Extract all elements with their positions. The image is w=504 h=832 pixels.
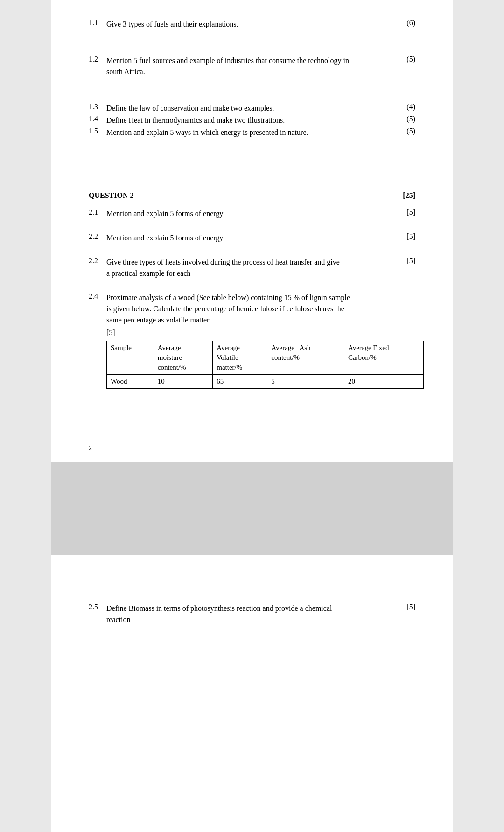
- q2-2b-marks: [5]: [397, 257, 415, 265]
- q1-1-number: 1.1: [89, 19, 106, 27]
- q1-4-number: 1.4: [89, 115, 106, 123]
- col-moisture-header: Averagemoisturecontent/%: [154, 341, 213, 375]
- q2-2a-marks: [5]: [397, 232, 415, 241]
- q2-2b-text: Give three types of heats involved durin…: [106, 257, 397, 279]
- q1-5-marks: (5): [397, 127, 415, 135]
- col-volatile-header: AverageVolatilematter/%: [213, 341, 267, 375]
- q1-2-marks: (5): [397, 55, 415, 63]
- q2-2a-number: 2.2: [89, 232, 106, 241]
- section-2-header: QUESTION 2 [25]: [89, 191, 415, 200]
- question-1-1: 1.1 Give 3 types of fuels and their expl…: [89, 19, 415, 30]
- q2-4-line3: same percentage as volatile matter: [106, 316, 209, 324]
- q1-2-number: 1.2: [89, 55, 106, 63]
- q2-2b-line1: Give three types of heats involved durin…: [106, 258, 340, 266]
- section-divider: [89, 457, 415, 457]
- section-2-marks: [25]: [403, 191, 415, 200]
- table-data-row: Wood 10 65 5 20: [107, 375, 424, 389]
- q1-2-text: Mention 5 fuel sources and example of in…: [106, 55, 397, 77]
- table-header-row: Sample Averagemoisturecontent/% AverageV…: [107, 341, 424, 375]
- cell-ash: 5: [267, 375, 344, 389]
- q1-5-number: 1.5: [89, 127, 106, 135]
- q2-4-marks-bracket: [5]: [106, 329, 415, 337]
- q1-4-text: Define Heat in thermodynamics and make t…: [106, 115, 397, 126]
- proximate-table: Sample Averagemoisturecontent/% AverageV…: [106, 341, 424, 389]
- q2-2a-text: Mention and explain 5 forms of energy: [106, 232, 397, 244]
- section-2-label: QUESTION 2: [89, 191, 133, 200]
- q2-5-marks: [5]: [397, 603, 415, 611]
- question-2-5: 2.5 Define Biomass in terms of photosynt…: [89, 603, 415, 625]
- question-1-5: 1.5 Mention and explain 5 ways in which …: [89, 127, 415, 138]
- q2-5-line2: reaction: [106, 615, 131, 623]
- cell-volatile: 65: [213, 375, 267, 389]
- q2-4-number: 2.4: [89, 292, 106, 301]
- q1-3-number: 1.3: [89, 103, 106, 111]
- cell-sample: Wood: [107, 375, 154, 389]
- page-number: 2: [89, 445, 415, 452]
- q1-2-line1: Mention 5 fuel sources and example of in…: [106, 56, 349, 64]
- q2-4-line1: Proximate analysis of a wood (See table …: [106, 294, 350, 301]
- question-1-4: 1.4 Define Heat in thermodynamics and ma…: [89, 115, 415, 126]
- q2-1-marks: [5]: [397, 208, 415, 217]
- col-ash-header: Average Ashcontent/%: [267, 341, 344, 375]
- q2-5-text: Define Biomass in terms of photosynthesi…: [106, 603, 397, 625]
- question-2-1: 2.1 Mention and explain 5 forms of energ…: [89, 208, 415, 219]
- q2-2b-number: 2.2: [89, 257, 106, 265]
- exam-page: 1.1 Give 3 types of fuels and their expl…: [51, 0, 453, 832]
- q1-4-marks: (5): [397, 115, 415, 123]
- gray-background-area: [51, 462, 453, 555]
- q1-1-marks: (6): [397, 19, 415, 27]
- cell-moisture: 10: [154, 375, 213, 389]
- question-1-3: 1.3 Define the law of conservation and m…: [89, 103, 415, 114]
- question-1-2: 1.2 Mention 5 fuel sources and example o…: [89, 55, 415, 77]
- q1-3-marks: (4): [397, 103, 415, 111]
- q2-4-line2: is given below. Calculate the percentage…: [106, 305, 344, 313]
- col-carbon-header: Average FixedCarbon/%: [344, 341, 423, 375]
- q1-5-text: Mention and explain 5 ways in which ener…: [106, 127, 397, 138]
- questions-1-3-to-1-5: 1.3 Define the law of conservation and m…: [89, 103, 415, 138]
- q1-1-text: Give 3 types of fuels and their explanat…: [106, 19, 397, 30]
- bottom-section: 2.5 Define Biomass in terms of photosynt…: [89, 555, 415, 625]
- q2-1-text: Mention and explain 5 forms of energy: [106, 208, 397, 219]
- question-2-2b: 2.2 Give three types of heats involved d…: [89, 257, 415, 279]
- q2-1-number: 2.1: [89, 208, 106, 217]
- question-2-2a: 2.2 Mention and explain 5 forms of energ…: [89, 232, 415, 244]
- proximate-table-container: Sample Averagemoisturecontent/% AverageV…: [106, 341, 415, 389]
- q1-2-line2: south Africa.: [106, 68, 145, 76]
- q2-2b-line2: a practical example for each: [106, 269, 190, 277]
- q2-4-text: Proximate analysis of a wood (See table …: [106, 292, 415, 326]
- q2-5-line1: Define Biomass in terms of photosynthesi…: [106, 604, 332, 612]
- q1-3-text: Define the law of conservation and make …: [106, 103, 397, 114]
- q2-5-number: 2.5: [89, 603, 106, 611]
- question-2-4: 2.4 Proximate analysis of a wood (See ta…: [89, 292, 415, 389]
- col-sample-header: Sample: [107, 341, 154, 375]
- cell-carbon: 20: [344, 375, 423, 389]
